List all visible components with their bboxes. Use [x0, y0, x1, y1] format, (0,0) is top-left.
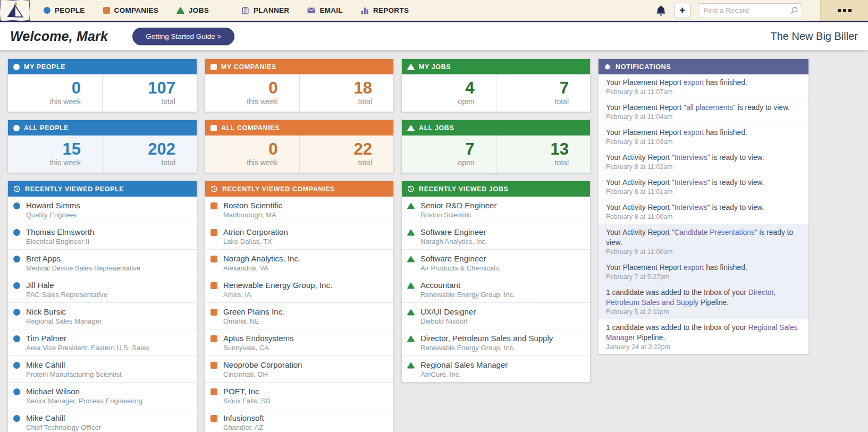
- stat-cell-this-week[interactable]: 0this week: [205, 74, 300, 112]
- list-item-text: AccountantRenewable Energy Group, Inc.: [420, 281, 515, 299]
- stat-cell-this-week[interactable]: 0this week: [205, 135, 300, 173]
- square-icon: [103, 7, 110, 14]
- notification-link[interactable]: Candidate Presentations: [675, 228, 755, 236]
- notifications-title: NOTIFICATIONS: [616, 63, 671, 71]
- stat-cell-open[interactable]: 7open: [402, 135, 496, 173]
- list-item[interactable]: Boston ScientificMarlborough, MA: [205, 197, 393, 223]
- list-item[interactable]: Software EngineerAir Products & Chemical…: [402, 250, 590, 276]
- notification-item[interactable]: Your Activity Report "Interviews" is rea…: [599, 174, 808, 199]
- notification-link[interactable]: export: [684, 79, 704, 87]
- notification-link[interactable]: export: [684, 129, 704, 137]
- list-item-secondary: Chandler, AZ: [223, 423, 264, 431]
- notification-item[interactable]: 1 candidate was added to the Inbox of yo…: [599, 319, 808, 354]
- stat-cell-total[interactable]: 7total: [496, 74, 591, 112]
- notification-item[interactable]: Your Placement Report export has finishe…: [599, 74, 808, 99]
- search-input[interactable]: [698, 3, 802, 18]
- stat-cell-this-week[interactable]: 15this week: [8, 135, 103, 173]
- stat-cell-total[interactable]: 13total: [496, 135, 591, 173]
- list-item[interactable]: Michael WilsonSenior Manager, Process En…: [8, 383, 197, 409]
- list-item-primary: Noragh Analytics, Inc.: [223, 254, 300, 263]
- notification-text: Your Activity Report ": [606, 179, 675, 187]
- notification-item[interactable]: Your Placement Report "all placements" i…: [599, 99, 808, 124]
- add-record-button[interactable]: +: [674, 3, 690, 18]
- nav-item-reports[interactable]: REPORTS: [361, 6, 409, 14]
- list-item[interactable]: Noragh Analytics, Inc.Alexandria, VA: [205, 250, 393, 276]
- notification-item[interactable]: Your Activity Report "Interviews" is rea…: [599, 149, 808, 174]
- list-item[interactable]: Neoprobe CorporationCincinnati, OH: [205, 356, 393, 383]
- list-item-primary: Jill Hale: [26, 281, 107, 290]
- notification-link[interactable]: Interviews: [675, 179, 707, 187]
- stat-cell-total[interactable]: 202total: [103, 135, 197, 173]
- notification-link[interactable]: Interviews: [675, 154, 707, 162]
- overflow-menu-button[interactable]: [820, 0, 868, 21]
- notification-item[interactable]: Your Activity Report "Candidate Presenta…: [599, 224, 808, 259]
- notifications-bell-icon[interactable]: [655, 5, 667, 16]
- app-logo[interactable]: [0, 0, 30, 21]
- list-item[interactable]: UX/UI DesignerDiebold Nixdorf: [402, 303, 590, 329]
- list-item[interactable]: Renewable Energy Group, Inc.Ames, IA: [205, 276, 393, 303]
- list-item[interactable]: Nick BursicRegional Sales Manager: [8, 303, 197, 329]
- stat-cell-total[interactable]: 22total: [300, 135, 394, 173]
- list-item[interactable]: Software EngineerNoragh Analytics, Inc.: [402, 223, 590, 250]
- list-item-text: Neoprobe CorporationCincinnati, OH: [223, 360, 302, 378]
- list-item[interactable]: POET, IncSioux Falls, SD: [205, 383, 393, 409]
- list-item-text: InfusionsoftChandler, AZ: [223, 413, 264, 431]
- notification-text: " is ready to view.: [707, 154, 764, 162]
- notification-link[interactable]: all placements: [686, 104, 733, 112]
- bell-icon: [604, 63, 611, 71]
- list-item-text: Senior R&D EngineerBoston Scientific: [420, 201, 496, 219]
- notification-link[interactable]: export: [684, 264, 704, 272]
- list-item-secondary: Boston Scientific: [420, 211, 496, 219]
- nav-item-planner[interactable]: PLANNER: [241, 6, 289, 14]
- stat-value: 4: [407, 80, 475, 97]
- square-bullet-icon: [210, 415, 217, 422]
- nav-item-companies[interactable]: COMPANIES: [103, 6, 158, 14]
- stat-cell-open[interactable]: 4open: [402, 74, 496, 112]
- stat-card-all-companies: ALL COMPANIES0this week22total: [205, 120, 394, 173]
- list-item[interactable]: Bret AppsMedical Device Sales Representa…: [8, 250, 197, 276]
- list-item-primary: Mike Cahill: [26, 360, 122, 369]
- notification-timestamp: January 24 at 3:22pm: [606, 343, 801, 351]
- stat-label: total: [108, 158, 175, 167]
- notification-item[interactable]: Your Activity Report "Interviews" is rea…: [599, 199, 808, 224]
- column-people: MY PEOPLE0this week107totalALL PEOPLE15t…: [7, 58, 197, 432]
- list-item[interactable]: AccountantRenewable Energy Group, Inc.: [402, 276, 590, 303]
- triangle-bullet-icon: [407, 282, 415, 289]
- list-item[interactable]: Atrion CorporationLake Dallas, TX: [205, 223, 393, 250]
- list-item[interactable]: Tim PalmerArea Vice President, Eastern U…: [8, 329, 197, 356]
- list-item[interactable]: Regional Sales ManagerAtriCure, Inc.: [402, 356, 590, 382]
- notification-text: has finished.: [704, 79, 747, 87]
- notification-item[interactable]: Your Placement Report export has finishe…: [599, 259, 808, 284]
- notification-link[interactable]: Interviews: [675, 204, 707, 211]
- stat-cell-total[interactable]: 18total: [300, 74, 394, 112]
- list-item-text: Green Plains Inc.Omaha, NE: [223, 307, 284, 325]
- nav-item-people[interactable]: PEOPLE: [44, 6, 85, 14]
- dashboard-content: MY PEOPLE0this week107totalALL PEOPLE15t…: [0, 50, 868, 432]
- list-item[interactable]: Jill HalePAC Sales Representative: [8, 276, 197, 303]
- list-item-secondary: Sioux Falls, SD: [223, 397, 271, 405]
- list-card-header: RECENTLY VIEWED JOBS: [402, 181, 590, 197]
- square-bullet-icon: [210, 256, 217, 262]
- list-item[interactable]: Green Plains Inc.Omaha, NE: [205, 303, 393, 329]
- list-item[interactable]: InfusionsoftChandler, AZ: [205, 409, 393, 432]
- notification-text: has finished.: [704, 264, 747, 272]
- list-item[interactable]: Mike CahillChief Technology Officer: [8, 409, 197, 432]
- notification-item[interactable]: 1 candidate was added to the Inbox of yo…: [599, 284, 808, 319]
- envelope-icon: [307, 6, 315, 14]
- list-item-text: Tim PalmerArea Vice President, Eastern U…: [26, 334, 149, 352]
- list-item[interactable]: Senior R&D EngineerBoston Scientific: [402, 197, 590, 223]
- list-item[interactable]: Mike CahillProtein Manufacturing Scienti…: [8, 356, 197, 383]
- list-item[interactable]: Thomas ElmsworthElectrical Engineer II: [8, 223, 197, 250]
- notification-message: Your Activity Report "Interviews" is rea…: [606, 153, 801, 163]
- stat-label: this week: [13, 158, 81, 167]
- list-item[interactable]: Director, Petroleum Sales and SupplyRene…: [402, 329, 590, 356]
- list-item-secondary: Diebold Nixdorf: [420, 317, 476, 325]
- getting-started-guide-button[interactable]: Getting Started Guide >: [132, 28, 234, 45]
- list-item[interactable]: Aptus EndosystemsSunnyvale, CA: [205, 329, 393, 356]
- list-item[interactable]: Howard SimmsQuality Engineer: [8, 197, 197, 223]
- stat-cell-total[interactable]: 107total: [103, 74, 197, 112]
- notification-item[interactable]: Your Placement Report export has finishe…: [599, 124, 808, 149]
- stat-cell-this-week[interactable]: 0this week: [8, 74, 103, 112]
- nav-item-email[interactable]: EMAIL: [307, 6, 343, 14]
- nav-item-jobs[interactable]: JOBS: [176, 6, 209, 14]
